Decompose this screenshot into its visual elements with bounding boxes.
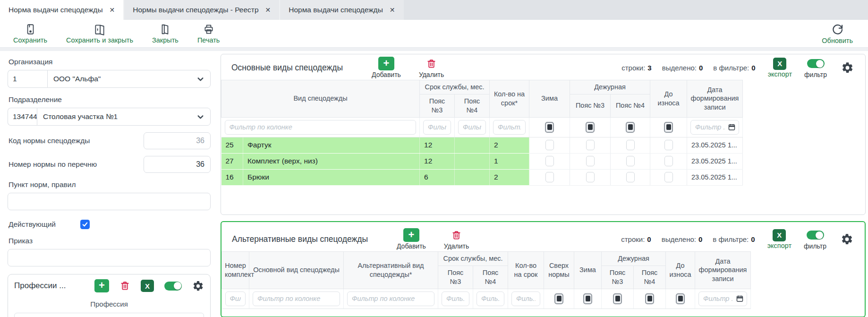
col-group-srok: Срок службы, мес. [420, 80, 490, 94]
col-header-qty: Кол-во на срок [508, 252, 544, 289]
filter-checkbox-dezh3[interactable] [613, 293, 622, 304]
filter-checkbox-sverh[interactable] [554, 293, 563, 304]
calendar-icon[interactable] [736, 295, 744, 303]
close-button[interactable]: Закрыть [152, 23, 179, 44]
calendar-icon[interactable] [728, 123, 736, 131]
cell-date: 23.05.2025 1... [687, 169, 743, 185]
tab-close-icon[interactable]: ✕ [265, 6, 271, 14]
filter-input-qty[interactable] [493, 120, 526, 135]
trash-icon[interactable] [119, 280, 130, 291]
row-checkbox[interactable] [586, 140, 595, 150]
filter-input-vid[interactable] [225, 120, 417, 135]
row-checkbox[interactable] [545, 156, 554, 166]
filter-checkbox-zima[interactable] [545, 122, 554, 133]
table-row[interactable]: 27Комплект (верх, низ)12123.05.2025 1... [221, 153, 866, 169]
export-button[interactable]: X экспорт [767, 229, 791, 249]
norm-number-field[interactable]: 36 [144, 156, 211, 173]
cell-iznos [650, 137, 687, 153]
cell-poyas4 [455, 169, 490, 185]
filter-input-qty[interactable] [511, 291, 540, 306]
active-checkbox[interactable] [80, 220, 90, 229]
org-code-field[interactable]: 1 [8, 70, 47, 88]
org-select-value: ООО "Альфа" [53, 75, 196, 83]
filter-checkbox-iznos[interactable] [664, 122, 673, 133]
professions-panel: Профессии ... + X Профессия [8, 274, 211, 317]
cell-zima [529, 153, 570, 169]
org-select[interactable]: ООО "Альфа" [47, 70, 211, 88]
add-icon[interactable]: + [94, 279, 109, 292]
tab-close-icon[interactable]: ✕ [390, 6, 395, 14]
dept-select-value: Столовая участка №1 [43, 112, 196, 121]
cell-name: Брюки [243, 169, 420, 185]
filter-input-poyas3[interactable] [442, 291, 469, 306]
delete-row-button[interactable]: Удалить [444, 228, 469, 250]
tab-norma-1[interactable]: Норма выдачи спецодежды ✕ [0, 0, 123, 20]
col-header-qty: Кол-во на срок* [490, 80, 529, 118]
row-checkbox[interactable] [664, 140, 673, 150]
filter-toggle[interactable] [164, 282, 182, 291]
add-label: Добавить [372, 71, 401, 78]
cell-zima [529, 137, 570, 153]
tab-norma-2[interactable]: Норма выдачи спецодежды ✕ [279, 0, 403, 20]
tab-close-icon[interactable]: ✕ [110, 6, 115, 14]
row-checkbox[interactable] [626, 140, 635, 150]
save-icon [24, 23, 36, 35]
add-row-button[interactable]: + Добавить [397, 228, 426, 250]
main-table-panel: Основные виды спецодежды + Добавить Удал… [221, 54, 866, 215]
add-row-button[interactable]: + Добавить [372, 57, 401, 78]
add-icon: + [403, 228, 419, 242]
filter-checkbox-zima[interactable] [583, 293, 592, 304]
filter-input-nomer[interactable] [225, 291, 246, 306]
table-row[interactable]: 25Фартук12223.05.2025 1... [221, 137, 866, 153]
clause-input[interactable] [8, 193, 211, 210]
filter-checkbox-dezh3[interactable] [586, 122, 595, 133]
filter-toggle-button[interactable]: фильтр [804, 57, 827, 78]
dept-code-field[interactable]: 134744 [8, 108, 37, 126]
filter-toggle-button[interactable]: фильтр [804, 228, 826, 250]
profession-filter-input[interactable] [14, 313, 204, 317]
filter-input-alt[interactable] [347, 291, 434, 306]
gear-icon[interactable] [841, 61, 854, 74]
col-group-dezh: Дежурная [570, 80, 650, 94]
dept-select[interactable]: Столовая участка №1 [37, 108, 211, 126]
chevron-down-icon [196, 113, 204, 121]
gear-icon[interactable] [192, 280, 204, 292]
col-header-date: Дата формирования записи [687, 80, 743, 118]
col-header-poyas3: Пояс №3 [420, 94, 455, 117]
filter-input-poyas4[interactable] [477, 291, 504, 306]
norm-code-field[interactable]: 36 [144, 132, 211, 149]
cell-dezh4 [611, 153, 650, 169]
row-checkbox[interactable] [586, 156, 595, 166]
refresh-button[interactable]: Обновить [822, 23, 853, 44]
filter-input-osn[interactable] [253, 291, 340, 306]
order-input[interactable] [8, 249, 211, 266]
filter-checkbox-dezh4[interactable] [626, 122, 635, 133]
filter-input-poyas3[interactable] [423, 120, 451, 135]
col-header-iznos: До износа [666, 252, 695, 289]
save-button[interactable]: Сохранить [13, 23, 47, 44]
row-checkbox[interactable] [586, 172, 595, 182]
filter-checkbox-dezh4[interactable] [645, 293, 654, 304]
refresh-label: Обновить [822, 37, 853, 44]
row-checkbox[interactable] [545, 140, 554, 150]
cell-filler [743, 153, 865, 169]
trash-icon [426, 57, 437, 70]
col-header-alt: Альтернативный вид спецодежды* [344, 252, 438, 289]
tab-reestr[interactable]: Нормы выдачи спецодежды - Реестр ✕ [123, 0, 279, 20]
filter-input-poyas4[interactable] [458, 120, 486, 135]
row-checkbox[interactable] [664, 172, 673, 182]
row-checkbox[interactable] [626, 156, 635, 166]
tab-label: Норма выдачи спецодежды [9, 6, 103, 14]
export-button[interactable]: X экспорт [768, 58, 792, 78]
excel-export-icon[interactable]: X [141, 280, 154, 292]
gear-icon[interactable] [841, 233, 853, 246]
save-and-close-button[interactable]: Сохранить и закрыть [66, 23, 133, 44]
cell-date: 23.05.2025 1... [687, 153, 743, 169]
row-checkbox[interactable] [545, 172, 554, 182]
row-checkbox[interactable] [664, 156, 673, 166]
print-button[interactable]: Печать [197, 23, 220, 44]
delete-row-button[interactable]: Удалить [419, 57, 444, 78]
table-row[interactable]: 16Брюки6223.05.2025 1... [221, 169, 866, 185]
row-checkbox[interactable] [626, 172, 635, 182]
filter-checkbox-iznos[interactable] [676, 293, 685, 304]
